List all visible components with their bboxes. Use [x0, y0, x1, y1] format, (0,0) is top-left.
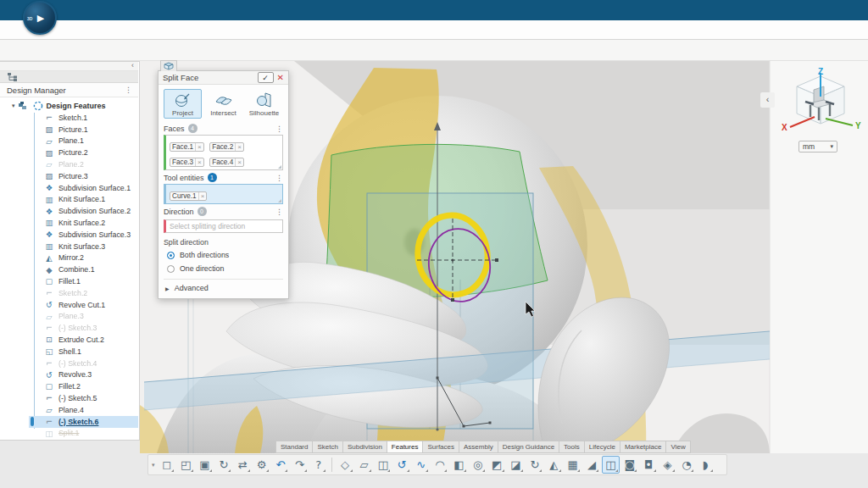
face-chip[interactable]: Face.4 ×	[209, 158, 244, 167]
tree-item[interactable]: Sketch.2	[29, 287, 138, 299]
transform-icon[interactable]: ◔	[677, 456, 695, 474]
tree-item[interactable]: Subdivision Surface.3	[29, 229, 138, 241]
mirror-icon[interactable]: ◭	[545, 456, 563, 474]
dialog-tab[interactable]	[160, 60, 177, 71]
tree-structure-icon[interactable]	[8, 73, 19, 81]
radio-icon[interactable]	[167, 252, 175, 259]
tool-entities-selection-box[interactable]: Curve.1 ×	[164, 184, 283, 204]
redo-icon[interactable]: ↷	[291, 456, 309, 474]
tree-item[interactable]: Mirror.2	[29, 252, 138, 264]
tree-item[interactable]: Extrude Cut.2	[29, 334, 138, 346]
design-manager-header[interactable]: Design Manager ⋮	[0, 83, 138, 97]
remove-chip-icon[interactable]: ×	[235, 143, 242, 151]
ribbon-tab[interactable]: Features	[387, 441, 423, 453]
ok-button[interactable]: ✓	[258, 72, 274, 83]
dialog-title-bar[interactable]: Split Face ✓ ✕	[159, 71, 288, 85]
tree-item-design-features[interactable]: ▾ Design Features	[12, 100, 106, 112]
pad-icon[interactable]: ◩	[488, 456, 506, 474]
curve-chip[interactable]: Curve.1 ×	[170, 191, 207, 201]
collapse-tree-icon[interactable]: ‹	[131, 61, 134, 70]
box-primitive-icon[interactable]: ◇	[337, 456, 354, 474]
tree-item[interactable]: Shell.1	[29, 346, 138, 358]
sync-icon[interactable]: ↻	[214, 456, 232, 474]
view-orientation-compass[interactable]: Z X Y	[776, 68, 865, 142]
rotate-icon[interactable]: ↻	[526, 456, 543, 474]
ribbon-tab[interactable]: View	[665, 441, 690, 453]
new-part-icon[interactable]: ◻	[158, 456, 175, 474]
pattern-icon[interactable]: ▦	[564, 456, 581, 474]
loft-icon[interactable]: ◠	[431, 456, 448, 474]
tree-item[interactable]: (-) Sketch.3	[29, 322, 138, 334]
help-icon[interactable]: ?	[309, 456, 327, 474]
units-selector[interactable]: mm ▾	[798, 141, 837, 152]
combine-icon[interactable]: ◙	[620, 456, 638, 474]
remove-chip-icon[interactable]: ×	[195, 158, 202, 166]
tree-item[interactable]: Plane.3	[29, 311, 138, 323]
tree-item[interactable]: Plane.2	[29, 158, 138, 170]
kebab-menu-icon[interactable]: ⋮	[275, 208, 283, 216]
split-face-icon[interactable]: ◫	[602, 456, 620, 474]
radio-icon[interactable]	[167, 265, 175, 273]
panel-collapse-button[interactable]: ‹	[760, 92, 775, 108]
sweep-icon[interactable]: ∿	[412, 456, 430, 474]
open-icon[interactable]: ◰	[177, 456, 195, 474]
draft-icon[interactable]: ◢	[582, 456, 600, 474]
tree-item[interactable]: (-) Sketch.5	[29, 392, 138, 404]
tree-item[interactable]: Knit Surface.2	[29, 217, 138, 229]
remove-chip-icon[interactable]: ×	[198, 192, 205, 200]
mode-project-button[interactable]: Project	[164, 89, 202, 119]
ribbon-tab[interactable]: Subdivision	[342, 441, 387, 453]
ribbon-tab[interactable]: Surfaces	[422, 441, 459, 453]
save-icon[interactable]: ▣	[196, 456, 214, 474]
tree-item[interactable]: Knit Surface.3	[29, 241, 138, 252]
tree-item[interactable]: (-) Sketch.4	[29, 358, 138, 369]
shell-icon[interactable]: ◧	[450, 456, 468, 474]
mode-intersect-button[interactable]: Intersect	[204, 89, 242, 119]
radio-option[interactable]: One direction	[159, 262, 288, 275]
tree-item[interactable]: (-) Sketch.6	[29, 416, 138, 428]
tree-item[interactable]: Fillet.1	[29, 275, 138, 287]
ribbon-tab[interactable]: Standard	[275, 441, 312, 453]
intersect-icon[interactable]: ◈	[659, 456, 676, 474]
stiffener-icon[interactable]: ◫	[374, 456, 392, 474]
face-chip[interactable]: Face.1 ×	[170, 142, 204, 152]
tree-item[interactable]: Plane.4	[29, 404, 138, 416]
face-chip[interactable]: Face.2 ×	[209, 142, 244, 152]
settings-gear-icon[interactable]: ⚙	[253, 456, 270, 474]
revolve-icon[interactable]: ↺	[393, 456, 411, 474]
tree-item[interactable]: Revolve.3	[29, 369, 138, 381]
radio-option[interactable]: Both directions	[159, 248, 288, 262]
direction-input[interactable]: Select splitting direction	[164, 219, 283, 233]
close-icon[interactable]: ✕	[277, 73, 284, 82]
tree-item[interactable]: Sketch.1	[29, 112, 138, 124]
ribbon-tab[interactable]: Sketch	[312, 441, 342, 453]
pocket-icon[interactable]: ◪	[507, 456, 525, 474]
kebab-menu-icon[interactable]: ⋮	[275, 174, 283, 182]
face-chip[interactable]: Face.3 ×	[170, 158, 204, 167]
tree-item[interactable]: Subdivision Surface.1	[29, 182, 138, 194]
ribbon-tab[interactable]: Tools	[559, 441, 584, 453]
remove-chip-icon[interactable]: ×	[195, 143, 202, 151]
3dexperience-compass-logo[interactable]: ▶ 3D	[23, 1, 57, 35]
ribbon-tab[interactable]: Lifecycle	[584, 441, 620, 453]
kebab-menu-icon[interactable]: ⋮	[275, 125, 283, 133]
advanced-section-toggle[interactable]: ▶ Advanced	[159, 280, 288, 298]
faces-selection-box[interactable]: Face.1 × Face.2 × Face.3 × Face.4 ×	[164, 135, 283, 170]
hole-icon[interactable]: ◎	[469, 456, 487, 474]
tree-item[interactable]: Picture.3	[29, 170, 138, 182]
tree-item[interactable]: Knit Surface.1	[29, 194, 138, 206]
import-export-icon[interactable]: ⇄	[234, 456, 252, 474]
tree-item[interactable]: Picture.2	[29, 147, 138, 158]
tree-item[interactable]: Subdivision Surface.2	[29, 205, 138, 217]
dome-icon[interactable]: ◗	[697, 456, 715, 474]
tree-item[interactable]: Picture.1	[29, 124, 138, 136]
subtract-icon[interactable]: ◘	[640, 456, 658, 474]
plane-icon[interactable]: ▱	[355, 456, 373, 474]
kebab-menu-icon[interactable]: ⋮	[125, 83, 132, 97]
undo-icon[interactable]: ↶	[271, 456, 289, 474]
tree-item[interactable]: Revolve Cut.1	[29, 299, 138, 311]
ribbon-tab[interactable]: Marketplace	[620, 441, 666, 453]
tree-item[interactable]: Split.1	[29, 428, 138, 440]
remove-chip-icon[interactable]: ×	[235, 158, 242, 166]
tree-item[interactable]: Plane.1	[29, 136, 138, 147]
